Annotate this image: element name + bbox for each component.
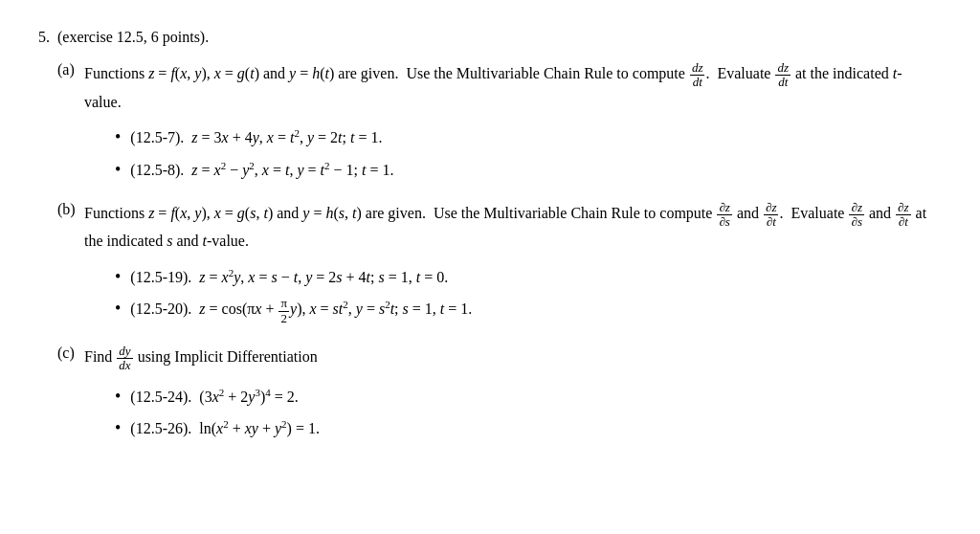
- bullet-dot-a2: •: [115, 158, 121, 182]
- part-a-letter: (a): [57, 61, 84, 78]
- page-content: 5. (exercise 12.5, 6 points). (a) Functi…: [38, 29, 938, 440]
- frac-dz-dt-2: dzdt: [775, 61, 791, 90]
- part-c-label: (c) Find dydx using Implicit Differentia…: [57, 345, 938, 373]
- part-a: (a) Functions z = f(x, y), x = g(t) and …: [57, 61, 938, 182]
- part-b-text: Functions z = f(x, y), x = g(s, t) and y…: [84, 201, 938, 254]
- bullet-a1-text: (12.5-7). z = 3x + 4y, x = t2, y = 2t; t…: [130, 125, 382, 149]
- problem-number: 5. (exercise 12.5, 6 points).: [38, 29, 938, 46]
- problem-number-text: 5. (exercise 12.5, 6 points).: [38, 29, 209, 45]
- bullet-dot-a1: •: [115, 125, 121, 149]
- bullet-c2-text: (12.5-26). ln(x2 + xy + y2) = 1.: [130, 416, 320, 440]
- part-b-label: (b) Functions z = f(x, y), x = g(s, t) a…: [57, 201, 938, 254]
- part-b-letter: (b): [57, 201, 84, 218]
- part-c: (c) Find dydx using Implicit Differentia…: [57, 345, 938, 440]
- part-c-letter: (c): [57, 345, 84, 362]
- bullet-b1-text: (12.5-19). z = x2y, x = s − t, y = 2s + …: [130, 265, 448, 289]
- frac-pz-ps-1: ∂z∂s: [717, 201, 732, 230]
- part-c-bullets: • (12.5-24). (3x2 + 2y3)4 = 2. • (12.5-2…: [115, 385, 938, 441]
- bullet-a2: • (12.5-8). z = x2 − y2, x = t, y = t2 −…: [115, 158, 938, 182]
- part-a-bullets: • (12.5-7). z = 3x + 4y, x = t2, y = 2t;…: [115, 125, 938, 182]
- part-b: (b) Functions z = f(x, y), x = g(s, t) a…: [57, 201, 938, 325]
- part-a-label: (a) Functions z = f(x, y), x = g(t) and …: [57, 61, 938, 114]
- frac-dy-dx: dydx: [117, 345, 132, 373]
- bullet-b2-text: (12.5-20). z = cos(πx + π2y), x = st2, y…: [130, 297, 472, 325]
- bullet-c1-text: (12.5-24). (3x2 + 2y3)4 = 2.: [130, 385, 298, 409]
- frac-pz-pt-1: ∂z∂t: [764, 201, 779, 230]
- frac-pz-pt-2: ∂z∂t: [896, 201, 911, 230]
- frac-pi-2-inline: π2: [278, 297, 289, 325]
- bullet-b1: • (12.5-19). z = x2y, x = s − t, y = 2s …: [115, 265, 938, 289]
- bullet-a1: • (12.5-7). z = 3x + 4y, x = t2, y = 2t;…: [115, 125, 938, 149]
- bullet-c2: • (12.5-26). ln(x2 + xy + y2) = 1.: [115, 416, 938, 440]
- frac-dz-dt-1: dzdt: [690, 61, 705, 90]
- bullet-dot-c1: •: [115, 385, 121, 409]
- bullet-a2-text: (12.5-8). z = x2 − y2, x = t, y = t2 − 1…: [130, 158, 393, 182]
- bullet-c1: • (12.5-24). (3x2 + 2y3)4 = 2.: [115, 385, 938, 409]
- bullet-b2: • (12.5-20). z = cos(πx + π2y), x = st2,…: [115, 297, 938, 325]
- part-c-text: Find dydx using Implicit Differentiation: [84, 345, 938, 373]
- frac-pz-ps-2: ∂z∂s: [849, 201, 864, 230]
- bullet-dot-c2: •: [115, 416, 121, 440]
- bullet-dot-b2: •: [115, 297, 121, 321]
- part-a-text: Functions z = f(x, y), x = g(t) and y = …: [84, 61, 938, 114]
- part-b-bullets: • (12.5-19). z = x2y, x = s − t, y = 2s …: [115, 265, 938, 325]
- bullet-dot-b1: •: [115, 265, 121, 289]
